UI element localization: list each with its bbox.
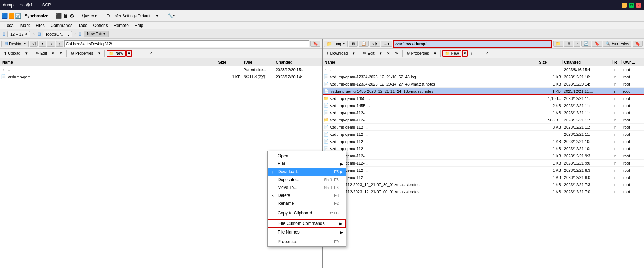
context-menu-item[interactable]: File Custom Commands bbox=[268, 219, 346, 228]
right-edit2-button[interactable]: ✎ bbox=[393, 50, 400, 56]
download-arrow[interactable]: ▾ bbox=[351, 50, 357, 56]
left-properties-button[interactable]: ⚙ Properties bbox=[69, 50, 95, 56]
left-edit-arrow[interactable]: ▾ bbox=[50, 50, 56, 56]
right-file-row[interactable]: 📄 vzdump-qemu-112-... 1 KB 2023/12/21 9:… bbox=[323, 160, 644, 167]
left-minus-button[interactable]: − bbox=[140, 51, 147, 56]
close-button[interactable]: × bbox=[636, 3, 641, 8]
menu-options[interactable]: Options bbox=[90, 22, 111, 29]
left-plus-button[interactable]: + bbox=[133, 51, 139, 56]
left-nav-back[interactable]: ◁ bbox=[30, 41, 38, 47]
context-menu-item[interactable]: Move To... Shift+F6 bbox=[268, 184, 346, 191]
left-props-arrow[interactable]: ▾ bbox=[96, 50, 103, 56]
left-nav-dropdown[interactable]: ▾ bbox=[39, 41, 46, 47]
left-new-arrow[interactable]: ▾ bbox=[126, 50, 132, 57]
right-file-row[interactable]: 📄 vzdump-qemu-12334-2023_12_20-14_27_48.… bbox=[323, 80, 644, 88]
context-menu-item[interactable]: Duplicate... Shift+F5 bbox=[268, 176, 346, 184]
left-drive-button[interactable]: 🖥 Desktop ▾ bbox=[1, 41, 29, 47]
right-file-row[interactable]: 📄 vzdump-qemu-112-... 1 KB 2023/12/21 10… bbox=[323, 138, 644, 145]
left-file-row[interactable]: ↑ .. Parent dire... 2023/12/20 15:... bbox=[0, 66, 322, 73]
menu-help[interactable]: Help bbox=[132, 22, 146, 29]
download-button[interactable]: ⬇ Download bbox=[324, 50, 350, 56]
transfer-dropdown[interactable]: ▾ bbox=[154, 12, 160, 19]
right-nav-icons1[interactable]: 🖥 bbox=[349, 41, 358, 47]
file-name: vzdump-qemu-112-... bbox=[330, 175, 538, 180]
right-props-arrow[interactable]: ▾ bbox=[432, 50, 438, 56]
minimize-button[interactable]: _ bbox=[622, 3, 627, 8]
context-menu-item[interactable]: Copy to Clipboard Ctrl+C bbox=[268, 209, 346, 217]
file-own: root bbox=[622, 68, 643, 72]
right-file-row[interactable]: 📄 vzdump-qemu-112-... 3 KB 2023/12/21 11… bbox=[323, 124, 644, 131]
find-files-button[interactable]: 🔍 Find Files bbox=[603, 41, 631, 47]
right-file-row[interactable]: ↑ .. 2023/8/16 15:4... r root bbox=[323, 66, 644, 73]
menu-tabs[interactable]: Tabs bbox=[75, 22, 90, 29]
right-new-button[interactable]: 📁 New bbox=[442, 50, 461, 57]
left-new-button[interactable]: 📁 New bbox=[107, 50, 126, 57]
right-file-row[interactable]: 📁 vzdump-qemu-112-... 563,3... 2023/12/2… bbox=[323, 116, 644, 124]
right-col-size: Size bbox=[537, 60, 563, 64]
context-menu-item[interactable]: × Delete F8 bbox=[268, 191, 346, 199]
maximize-button[interactable]: □ bbox=[629, 3, 634, 8]
right-icon3[interactable]: ↑ bbox=[574, 41, 581, 47]
menu-local[interactable]: Local bbox=[1, 22, 18, 29]
right-file-row[interactable]: 📄 vzdump-qemu-112-... 1 KB 2023/12/21 11… bbox=[323, 109, 644, 116]
right-icon5[interactable]: 🔖 bbox=[592, 41, 602, 47]
menu-commands[interactable]: Commands bbox=[48, 22, 75, 29]
right-file-row[interactable]: 📄 vzdump-qemu-112-... 2023/12/21 11:... … bbox=[323, 131, 644, 138]
left-file-row[interactable]: 📄 vzdump-qem... 1 KB NOTES 文件 2023/12/20… bbox=[0, 73, 322, 80]
right-file-row[interactable]: 📄 vzdump-qemu-112-... 1 KB 2023/12/21 10… bbox=[323, 145, 644, 152]
tab-new[interactable]: New Tab ▾ bbox=[84, 31, 109, 37]
right-nav-back[interactable]: ◁▾ bbox=[370, 41, 380, 47]
right-delete-button[interactable]: ✕ bbox=[385, 50, 392, 56]
right-new-arrow[interactable]: ▾ bbox=[462, 50, 468, 57]
left-nav-forward[interactable]: ▷ bbox=[47, 41, 55, 47]
left-bookmark[interactable]: 🔖 bbox=[310, 41, 320, 47]
right-file-row[interactable]: 📄 vzdump-qemu-12334-2023_12_21-10_52_43.… bbox=[323, 73, 644, 80]
dump-icon: 📁 bbox=[326, 41, 332, 46]
right-drive-button[interactable]: 📁 dump ▾ bbox=[324, 41, 348, 47]
menu-remote[interactable]: Remote bbox=[111, 22, 132, 29]
file-changed: 2023/12/21 10:... bbox=[563, 75, 613, 79]
right-nav-icons2[interactable]: 📋 bbox=[359, 41, 369, 47]
context-menu-item[interactable]: Open bbox=[268, 152, 346, 160]
left-delete-button[interactable]: ✕ bbox=[57, 50, 65, 56]
transfer-settings-button[interactable]: Transfer Settings Default bbox=[105, 13, 152, 19]
right-check-button[interactable]: ✓ bbox=[483, 50, 491, 56]
left-nav-up[interactable]: ↑ bbox=[56, 41, 63, 47]
right-file-row[interactable]: 📄 vzdump-112-2023_12_21-07_30_01.vma.zst… bbox=[323, 181, 644, 188]
right-properties-button[interactable]: ⚙ Properties bbox=[404, 50, 431, 56]
menu-mark[interactable]: Mark bbox=[18, 22, 33, 29]
context-menu-item[interactable]: Edit bbox=[268, 160, 346, 168]
context-menu-item[interactable]: Rename F2 bbox=[268, 199, 346, 207]
right-minus-button[interactable]: − bbox=[476, 51, 482, 56]
right-file-row[interactable]: 📄 vzdump-qemu-1455-2023_12_21-11_24_16.v… bbox=[323, 88, 644, 95]
context-menu-item[interactable]: File Names bbox=[268, 228, 346, 236]
right-plus-button[interactable]: + bbox=[469, 51, 475, 56]
queue-button[interactable]: Queue ▾ bbox=[80, 12, 99, 19]
right-bookmark2[interactable]: 🔖 bbox=[633, 41, 643, 47]
context-menu-item[interactable]: Properties F9 bbox=[268, 238, 346, 246]
right-icon2[interactable]: 🖥 bbox=[564, 41, 573, 47]
right-file-row[interactable]: 📄 vzdump-112-2023_12_21-07_00_01.vma.zst… bbox=[323, 188, 644, 195]
menu-files[interactable]: Files bbox=[33, 22, 47, 29]
context-menu-item[interactable]: ↓ Download... F5 bbox=[268, 168, 346, 176]
left-check-button[interactable]: ✓ bbox=[147, 50, 155, 56]
file-size: 1 KB bbox=[537, 89, 562, 93]
right-file-row[interactable]: 📁 vzdump-qemu-1455-... 1,103... 2023/12/… bbox=[323, 95, 644, 102]
synchronize-button[interactable]: Synchronize bbox=[23, 13, 50, 19]
upload-button[interactable]: ⬆ Upload bbox=[1, 50, 23, 56]
right-file-row[interactable]: 📄 vzdump-qemu-1455-... 2 KB 2023/12/21 1… bbox=[323, 102, 644, 109]
right-file-row[interactable]: 📄 vzdump-qemu-112-... 1 KB 2023/12/21 8:… bbox=[323, 174, 644, 181]
tab-left[interactable]: 12 – 12 × bbox=[7, 31, 30, 37]
right-edit-arrow[interactable]: ▾ bbox=[377, 50, 384, 56]
tab-right[interactable]: root@17... ... bbox=[43, 31, 72, 37]
upload-arrow[interactable]: ▾ bbox=[23, 50, 30, 56]
right-icon1[interactable]: 📁 bbox=[553, 41, 563, 47]
menu-item-icon-empty bbox=[270, 185, 276, 190]
right-nav-dots[interactable]: …▾ bbox=[381, 41, 392, 47]
right-edit-button[interactable]: ✏ Edit bbox=[361, 50, 376, 56]
left-edit-button[interactable]: ✏ Edit bbox=[34, 50, 49, 56]
right-file-row[interactable]: 📄 vzdump-qemu-112-... 1 KB 2023/12/21 9:… bbox=[323, 152, 644, 160]
extra-button[interactable]: 🔧▾ bbox=[166, 12, 177, 19]
right-icon4[interactable]: 🔄 bbox=[581, 41, 591, 47]
right-file-row[interactable]: 📄 vzdump-qemu-112-... 1 KB 2023/12/21 8:… bbox=[323, 167, 644, 174]
